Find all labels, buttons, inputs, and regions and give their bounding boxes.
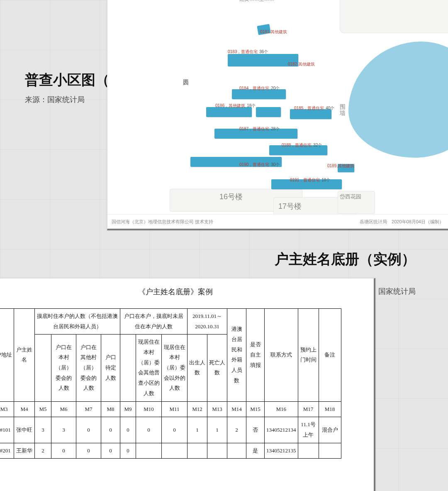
data-cell: 13405212135 bbox=[265, 443, 298, 459]
bld-0185: 0185，普通住宅40个 bbox=[294, 105, 334, 111]
bld-0186: 0186，其他建筑18个 bbox=[215, 103, 256, 109]
lake-shape bbox=[348, 42, 448, 158]
data-cell: 0 bbox=[162, 417, 187, 443]
code-cell: M12 bbox=[187, 401, 207, 417]
wall-label: 围 墙 bbox=[339, 100, 346, 105]
code-cell: M14 bbox=[227, 401, 246, 417]
bld-0190: 0190，普通住宅30个 bbox=[239, 162, 280, 168]
col-m12: 出生人数 bbox=[187, 335, 207, 401]
data-cell: 0 bbox=[76, 417, 101, 443]
bldg16-label: 16号楼 bbox=[219, 192, 243, 202]
data-cell: 3 bbox=[35, 417, 51, 443]
data-cell: 王新华 bbox=[14, 443, 35, 459]
data-cell: 0 bbox=[101, 417, 120, 443]
garden-label: 岱西花园 bbox=[340, 193, 361, 200]
data-cell bbox=[187, 443, 207, 459]
col-hkmotw: 港澳台居民和外籍人员数 bbox=[227, 309, 246, 402]
register-card: 《户主姓名底册》案例 住房单元编号 户地址 户主姓名 摸底时住本户的人数（不包括… bbox=[0, 278, 375, 491]
code-cell: M13 bbox=[207, 401, 227, 417]
code-cell: M18 bbox=[319, 401, 341, 417]
table-header-row: 住房单元编号 户地址 户主姓名 摸底时住本户的人数（不包括港澳台居民和外籍人员）… bbox=[0, 309, 341, 335]
data-cell bbox=[207, 443, 227, 459]
col-m8: 户口待定人数 bbox=[101, 335, 120, 401]
bld-0188: 0188，普通住宅32个 bbox=[282, 142, 322, 148]
data-cell: 1#101 bbox=[0, 417, 14, 443]
data-cell bbox=[319, 443, 341, 459]
data-cell: 0 bbox=[120, 417, 136, 443]
data-cell: 0 bbox=[120, 443, 136, 459]
code-cell: M15 bbox=[246, 401, 265, 417]
col-m6: 户口在本村（居）委会的人数 bbox=[51, 335, 76, 401]
data-cell: 1 bbox=[187, 417, 207, 443]
col-m10: 现居住在本村（居）委会其他普查小区的人数 bbox=[136, 335, 162, 401]
data-cell bbox=[162, 443, 187, 459]
data-cell: 是 bbox=[246, 443, 265, 459]
register-section-title: 户主姓名底册（实例） bbox=[275, 250, 416, 269]
bld-0184: 0184，普通住宅20个 bbox=[239, 85, 280, 91]
code-cell: M9 bbox=[120, 401, 136, 417]
bld-0191: 0191，普通住宅18个 bbox=[290, 177, 330, 183]
bld-0189: 0189.其他建筑 bbox=[327, 163, 354, 169]
data-cell: 0 bbox=[76, 443, 101, 459]
data-cell: 13405212134 bbox=[265, 417, 298, 443]
household-register-table: 住房单元编号 户地址 户主姓名 摸底时住本户的人数（不包括港澳台居民和外籍人员）… bbox=[0, 308, 341, 459]
data-cell: 0 bbox=[101, 443, 120, 459]
data-cell: 否 bbox=[246, 417, 265, 443]
code-cell: M8 bbox=[101, 401, 120, 417]
table-row: 11#101张中旺3300000112否1340521213411.1号上午混合… bbox=[0, 417, 341, 443]
code-cell: M7 bbox=[76, 401, 101, 417]
map-footer-left: 国信河海（北京）地理信息技术有限公司 技术支持 bbox=[112, 219, 213, 225]
col-owner: 户主姓名 bbox=[14, 309, 35, 402]
bld-0181: 0181.其他建筑 bbox=[260, 29, 287, 35]
census-map: 人民公园 围 墙 北黄……王…… 0181.其他建筑 0183，普通住宅36个 … bbox=[107, 0, 448, 214]
census-map-card: 人民公园 围 墙 北黄……王…… 0181.其他建筑 0183，普通住宅36个 … bbox=[107, 0, 448, 230]
code-cell: M17 bbox=[298, 401, 319, 417]
data-cell: 2 bbox=[35, 443, 51, 459]
col-visit-time: 预约上门时间 bbox=[298, 309, 319, 402]
code-cell: M16 bbox=[265, 401, 298, 417]
code-cell: M5 bbox=[35, 401, 51, 417]
data-cell: 3 bbox=[51, 417, 76, 443]
code-cell: M10 bbox=[136, 401, 162, 417]
table-codes-row: M2M3M4M5M6M7M8M9M10M11M12M13M14M15M16M17… bbox=[0, 401, 341, 417]
data-cell: 2 bbox=[227, 417, 246, 443]
data-cell bbox=[136, 443, 162, 459]
code-cell: M6 bbox=[51, 401, 76, 417]
data-cell bbox=[298, 443, 319, 459]
col-m9 bbox=[120, 335, 136, 401]
road-label: 北黄……王…… bbox=[239, 0, 274, 3]
bld-0182: 0182.其他建筑 bbox=[288, 61, 315, 67]
data-cell: 1#201 bbox=[0, 443, 14, 459]
data-cell: 1 bbox=[207, 417, 227, 443]
col-m5 bbox=[35, 335, 51, 401]
data-cell: 11.1号上午 bbox=[298, 417, 319, 443]
data-cell: 混合户 bbox=[319, 417, 341, 443]
bldg17-label: 17号楼 bbox=[278, 201, 302, 211]
col-group-absent: 户口在本户，摸底时未居住在本户的人数 bbox=[120, 309, 187, 335]
bld-0183: 0183，普通住宅36个 bbox=[228, 49, 268, 55]
data-cell: 张中旺 bbox=[14, 417, 35, 443]
col-group-resident: 摸底时住本户的人数（不包括港澳台居民和外籍人员） bbox=[35, 309, 120, 335]
col-group-period: 2019.11.01～2020.10.31 bbox=[187, 309, 227, 335]
code-cell: M3 bbox=[0, 401, 14, 417]
col-m7: 户口在其他村（居）委会的人数 bbox=[76, 335, 101, 401]
register-table-title: 《户主姓名底册》案例 bbox=[0, 287, 374, 297]
col-contact: 联系方式 bbox=[265, 309, 298, 402]
col-m11: 现居住在本村（居）委会以外的人数 bbox=[162, 335, 187, 401]
col-selfreport: 是否自主填报 bbox=[246, 309, 265, 402]
map-footer-right: 岳塘区统计局 2020年08月04日（编制） bbox=[360, 219, 444, 225]
bld-0187: 0187，普通住宅28个 bbox=[239, 126, 280, 132]
data-cell: 0 bbox=[51, 443, 76, 459]
col-m13: 死亡人数 bbox=[207, 335, 227, 401]
col-remark: 备注 bbox=[319, 309, 341, 402]
data-cell bbox=[227, 443, 246, 459]
code-cell: M11 bbox=[162, 401, 187, 417]
table-row: 21#201王新华20000是13405212135 bbox=[0, 443, 341, 459]
data-cell: 0 bbox=[136, 417, 162, 443]
col-addr: 户地址 bbox=[0, 309, 14, 402]
map-footer: 国信河海（北京）地理信息技术有限公司 技术支持 岳塘区统计局 2020年08月0… bbox=[107, 214, 448, 229]
map-section-source: 来源：国家统计局 bbox=[25, 95, 85, 105]
code-cell: M4 bbox=[14, 401, 35, 417]
